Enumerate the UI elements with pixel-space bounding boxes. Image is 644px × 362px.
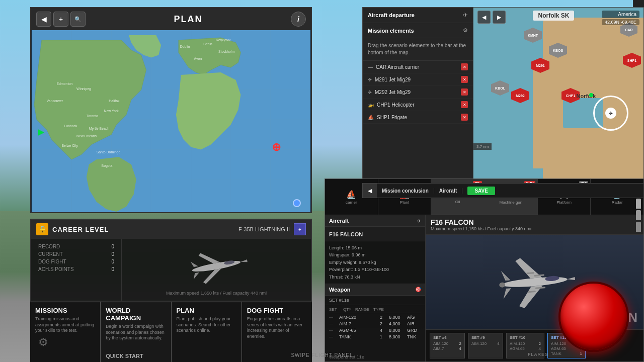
plan-nav-buttons: ◀ + 🔍 xyxy=(36,12,86,27)
svg-point-34 xyxy=(499,282,505,288)
weapon-row-aim120: — AIM-120 2 6,000 A/G xyxy=(329,315,421,320)
green-waypoint-dot xyxy=(589,93,593,97)
svg-text:New York: New York xyxy=(104,109,119,113)
aircraft-powerplant: Powerplant: 1 x F110-GE-100 xyxy=(329,266,421,273)
svg-text:Halifax: Halifax xyxy=(109,99,120,103)
missions-title: MISSIONS xyxy=(35,307,95,314)
chp1-label: CHP1 Helicopter xyxy=(377,102,458,108)
hex-kmht[interactable]: KMHT xyxy=(524,28,542,43)
m292-remove-button[interactable]: ✕ xyxy=(461,88,468,96)
radar-tool-label: Radar xyxy=(612,200,623,205)
aircraft-name: F16 FALCON xyxy=(329,231,363,237)
svg-text:Myrtle Beach: Myrtle Beach xyxy=(89,127,109,131)
missions-menu-item[interactable]: MISSIONS Training missions and assignmen… xyxy=(30,302,101,362)
car-label: CAR Aircraft carrier xyxy=(376,64,458,70)
plan-header: ◀ + 🔍 PLAN i xyxy=(31,8,311,30)
stat-current: CURRENT 0 xyxy=(38,251,114,257)
norfolk-map[interactable]: ◀ ▶ Norfolk SK America 42.69N -69.48E KM… xyxy=(473,8,643,183)
m292-label: M292 Jet Mig29 xyxy=(375,89,458,95)
hex-kbol[interactable]: KBOL xyxy=(491,80,509,96)
mb-save-button[interactable]: SAVE xyxy=(467,187,495,195)
plan-panel: ◀ + 🔍 PLAN i xyxy=(30,7,312,213)
career-plane-desc: Maximum speed 1,650 kts / Fuel capacity … xyxy=(166,291,267,296)
svg-text:Lubbock: Lubbock xyxy=(64,124,77,128)
weapon-set-label: SET #11e xyxy=(325,296,425,305)
weapon-table-header: SET QTY RANGE TYPE xyxy=(329,307,421,313)
departure-section: Aircraft departure ✈ xyxy=(363,8,473,23)
settings-gear-icon[interactable]: ⚙ xyxy=(38,336,48,349)
career-icon: 🔒 xyxy=(36,223,48,235)
plan-back-button[interactable]: ◀ xyxy=(36,12,51,27)
plan-menu-item[interactable]: PLAN Plan, publish and play your scenari… xyxy=(172,302,242,362)
aircraft-name-row: F16 FALCON xyxy=(325,227,425,241)
mb-conclusion-label: Mission conclusion xyxy=(377,188,434,194)
svg-text:Dublin: Dublin xyxy=(180,45,190,48)
aircraft-view-subtitle: Maximum speed 1,150 kts / Fuel capacity … xyxy=(431,226,638,231)
chp1-remove-button[interactable]: ✕ xyxy=(461,101,468,108)
svg-text:Berlin: Berlin xyxy=(203,42,212,46)
aircraft-specs-panel: Aircraft ✈ F16 FALCON Length: 15.06 m Wi… xyxy=(325,215,426,361)
plan-menu-desc: Plan, publish and play your scenarios. S… xyxy=(177,316,236,359)
car-remove-button[interactable]: ✕ xyxy=(461,63,468,70)
m291-remove-button[interactable]: ✕ xyxy=(461,76,468,83)
stat-ach: ACH.S POINTS 0 xyxy=(38,266,114,272)
hex-m292[interactable]: M292 xyxy=(511,88,529,103)
career-content: RECORD 0 CURRENT 0 DOG FIGHT 0 ACH.S POI… xyxy=(31,239,311,301)
career-plane-label: F-35B LIGHTNING II xyxy=(238,226,290,232)
norfolk-back-button[interactable]: ◀ xyxy=(477,11,491,24)
set6-title: SET #6 xyxy=(433,335,461,340)
career-title: CAREER LEVEL xyxy=(52,226,109,233)
f35-silhouette xyxy=(166,244,267,289)
svg-text:Vancouver: Vancouver xyxy=(47,99,63,103)
svg-text:Santo Domingo: Santo Domingo xyxy=(97,150,121,154)
swipe-flight-panel-label: SWIPE FLIGHT PANEL xyxy=(291,352,353,358)
plan-search-button[interactable]: 🔍 xyxy=(70,12,86,27)
world-campaign-menu-item[interactable]: WORLD CAMPAIGN Begin a world campaign wi… xyxy=(101,302,171,362)
mission-bottom-bar: ◀ Mission conclusion Aircraft SAVE xyxy=(362,183,644,198)
aircraft-section-icon: ✈ xyxy=(417,218,421,224)
career-header: 🔒 CAREER LEVEL F-35B LIGHTNING II + xyxy=(31,220,311,239)
red-action-button[interactable] xyxy=(558,282,629,352)
quick-start-label[interactable]: QUICK START xyxy=(106,353,166,359)
svg-text:▶: ▶ xyxy=(38,128,45,136)
dogfight-title: DOG FIGHT xyxy=(247,307,307,314)
stat-record: RECORD 0 xyxy=(38,244,114,249)
svg-text:Toronto: Toronto xyxy=(87,114,98,118)
mission-element-m291: ✈ M291 Jet Mig29 ✕ xyxy=(363,73,473,86)
set6-row2: AIM-74 xyxy=(433,346,461,351)
aircraft-weight: Empty weight: 8,570 kg xyxy=(329,259,421,266)
shp1-remove-button[interactable]: ✕ xyxy=(461,114,468,121)
svg-text:Bogota: Bogota xyxy=(102,164,113,168)
mission-element-m292: ✈ M292 Jet Mig29 ✕ xyxy=(363,86,473,99)
set10-row2: AGM-654 xyxy=(510,346,541,351)
weapon-set-card-6[interactable]: SET #6 AIM-1202 AIM-74 xyxy=(430,333,465,358)
career-expand-button[interactable]: + xyxy=(294,223,306,235)
mb-back-button[interactable]: ◀ xyxy=(363,184,377,198)
set11e-row3: TANK1 xyxy=(551,351,582,356)
elements-icon: ⚙ xyxy=(463,27,468,34)
svg-text:Avon: Avon xyxy=(194,57,202,60)
norfolk-coords: 42.69N -69.48E xyxy=(602,19,639,25)
elements-section: Mission elements ⚙ xyxy=(363,23,473,38)
mission-sidebar: Aircraft departure ✈ Mission elements ⚙ … xyxy=(363,8,473,183)
aircraft-view-header: F16 FALCON Maximum speed 1,150 kts / Fue… xyxy=(426,215,643,235)
aircraft-length: Length: 15.06 m xyxy=(329,244,421,251)
career-stats: RECORD 0 CURRENT 0 DOG FIGHT 0 ACH.S POI… xyxy=(31,239,122,301)
plan-add-button[interactable]: + xyxy=(53,12,68,27)
svg-text:New Orleans: New Orleans xyxy=(76,134,97,138)
norfolk-header: ◀ ▶ Norfolk SK America 42.69N -69.48E xyxy=(473,8,643,28)
mission-element-car: — CAR Aircraft carrier ✕ xyxy=(363,61,473,73)
weapon-set-card-9[interactable]: SET #9 AIM-1204 xyxy=(468,333,503,358)
weapon-section-header: Weapon 🎯 xyxy=(325,284,425,296)
platform-tool-label: Platform xyxy=(556,200,572,205)
weapon-section-icon: 🎯 xyxy=(415,287,421,292)
plan-menu-title: PLAN xyxy=(177,307,236,314)
plan-info-button[interactable]: i xyxy=(291,12,306,27)
plan-map[interactable]: Vancouver Edmonton Winnipeg Halifax New … xyxy=(31,30,311,212)
norfolk-panel: Aircraft departure ✈ Mission elements ⚙ … xyxy=(362,7,644,183)
world-campaign-title: WORLD CAMPAIGN xyxy=(106,307,166,322)
departure-label: Aircraft departure xyxy=(368,12,415,18)
plan-title: PLAN xyxy=(174,14,203,25)
svg-text:Edmonton: Edmonton xyxy=(57,82,73,85)
norfolk-forward-button[interactable]: ▶ xyxy=(493,11,506,24)
